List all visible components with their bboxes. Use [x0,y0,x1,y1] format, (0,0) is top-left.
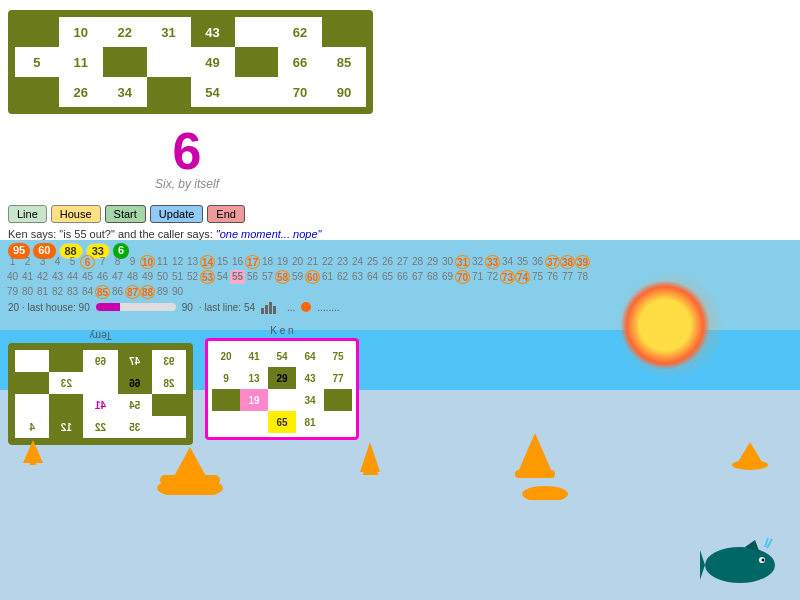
terry-section: Terry 93 47 69 28 66 23 [8,330,193,445]
ken-section: K e n 20 41 54 64 75 9 13 29 43 77 [205,325,359,442]
terry-cell [15,372,49,394]
n82: 82 [50,285,65,299]
n23: 23 [335,255,350,269]
house-button[interactable]: House [51,205,101,223]
start-button[interactable]: Start [105,205,146,223]
terry-cell: 69 [83,350,117,372]
n18: 18 [260,255,275,269]
terry-cell: 41 [83,394,117,416]
n4: 4 [50,255,65,269]
terry-cell: 12 [49,416,83,438]
n6: 6 [80,255,95,269]
terry-cell: 22 [83,416,117,438]
terry-cell: 54 [118,394,152,416]
n71: 71 [470,270,485,284]
n29: 29 [425,255,440,269]
n73: 73 [500,270,515,284]
n80: 80 [20,285,35,299]
n79: 79 [5,285,20,299]
ken-cell [212,411,240,433]
sun [620,280,710,370]
n7: 7 [95,255,110,269]
terry-cell: 23 [49,372,83,394]
n87: 87 [125,285,140,299]
boat-3 [358,440,383,475]
n22: 22 [320,255,335,269]
ken-cell: 65 [268,411,296,433]
boat-5 [730,440,770,470]
ken-cell: 19 [240,389,268,411]
terry-cell: 93 [152,350,186,372]
svg-rect-5 [30,463,36,465]
ken-cell: 34 [296,389,324,411]
n34: 34 [500,255,515,269]
end-button[interactable]: End [207,205,245,223]
chart-icon [261,300,281,314]
n47: 47 [110,270,125,284]
n75: 75 [530,270,545,284]
current-number: 6 [155,125,219,177]
n32: 32 [470,255,485,269]
shore-1 [155,470,225,495]
n46: 46 [95,270,110,284]
line-button[interactable]: Line [8,205,47,223]
last-line-text: · last line: 54 [199,302,255,313]
n30: 30 [440,255,455,269]
svg-rect-0 [261,308,264,314]
update-button[interactable]: Update [150,205,203,223]
n56: 56 [245,270,260,284]
terry-cell [152,394,186,416]
n74: 74 [515,270,530,284]
grid-row-3: 79 80 81 82 83 84 85 86 87 88 89 90 [5,285,590,299]
ken-cell: 75 [324,345,352,367]
n21: 21 [305,255,320,269]
n13: 13 [185,255,200,269]
n88: 88 [140,285,155,299]
grid-row-1: 1 2 3 4 5 6 7 8 9 10 11 12 13 14 15 16 1… [5,255,590,269]
whale-icon [700,535,780,590]
svg-point-16 [522,486,568,500]
n40: 40 [5,270,20,284]
n49: 49 [140,270,155,284]
ken-cell: 77 [324,367,352,389]
n78: 78 [575,270,590,284]
ken-cell [268,389,296,411]
n63: 63 [350,270,365,284]
n57: 57 [260,270,275,284]
last-house-text: 20 · last house: 90 [8,302,90,313]
svg-marker-11 [518,433,552,472]
n39: 39 [575,255,590,269]
svg-rect-10 [363,472,378,475]
ken-cell: 43 [296,367,324,389]
control-buttons: Line House Start Update End [8,205,245,223]
n72: 72 [485,270,500,284]
ken-cell [324,389,352,411]
n31: 31 [455,255,470,269]
svg-rect-1 [265,305,268,314]
terry-cell [83,372,117,394]
n59: 59 [290,270,305,284]
terry-cell: 66 [118,372,152,394]
n53: 53 [200,270,215,284]
n19: 19 [275,255,290,269]
n90: 90 [170,285,185,299]
n61: 61 [320,270,335,284]
n67: 67 [410,270,425,284]
ken-question: Ken says: "is 55 out?" and the caller sa… [8,228,216,240]
svg-rect-3 [273,306,276,314]
n85: 85 [95,285,110,299]
n41: 41 [20,270,35,284]
n52: 52 [185,270,200,284]
current-number-display: 6 Six, by itself [155,125,219,191]
terry-cell: 35 [118,416,152,438]
n86: 86 [110,285,125,299]
n58: 58 [275,270,290,284]
terry-cell [15,394,49,416]
n17: 17 [245,255,260,269]
n12: 12 [170,255,185,269]
svg-marker-14 [738,442,762,462]
n15: 15 [215,255,230,269]
svg-rect-12 [515,470,555,478]
n37: 37 [545,255,560,269]
orange-dot [301,302,311,312]
